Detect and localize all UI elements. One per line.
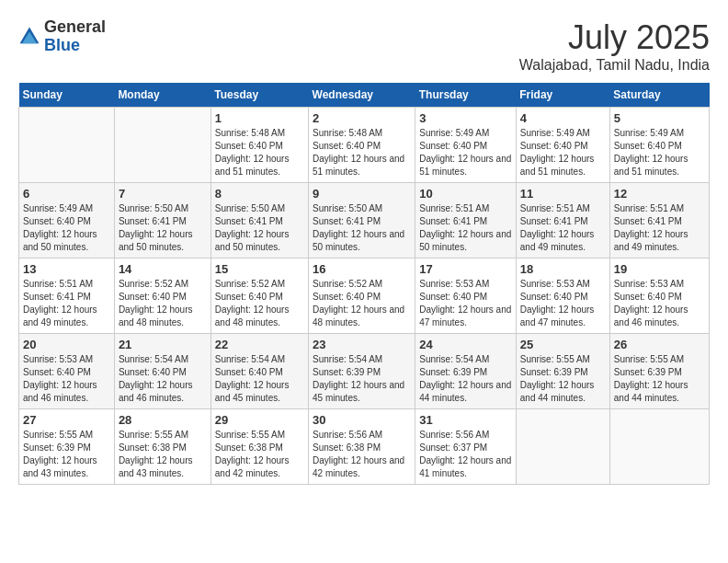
calendar-cell: 15Sunrise: 5:52 AM Sunset: 6:40 PM Dayli… [210, 259, 308, 334]
calendar-body: 1Sunrise: 5:48 AM Sunset: 6:40 PM Daylig… [19, 108, 710, 485]
day-number: 3 [419, 111, 512, 125]
day-info: Sunrise: 5:55 AM Sunset: 6:38 PM Dayligh… [119, 429, 207, 480]
day-number: 20 [23, 338, 110, 351]
day-number: 29 [215, 413, 304, 427]
day-number: 12 [614, 187, 705, 201]
day-info: Sunrise: 5:48 AM Sunset: 6:40 PM Dayligh… [313, 127, 411, 178]
day-info: Sunrise: 5:54 AM Sunset: 6:39 PM Dayligh… [419, 353, 512, 405]
calendar-cell [609, 409, 709, 485]
day-info: Sunrise: 5:53 AM Sunset: 6:40 PM Dayligh… [23, 353, 110, 405]
month-year: July 2025 [519, 18, 710, 57]
calendar-cell: 1Sunrise: 5:48 AM Sunset: 6:40 PM Daylig… [210, 108, 308, 183]
day-info: Sunrise: 5:50 AM Sunset: 6:41 PM Dayligh… [215, 202, 304, 254]
day-number: 2 [313, 111, 411, 125]
day-number: 27 [23, 413, 110, 427]
calendar-cell: 6Sunrise: 5:49 AM Sunset: 6:40 PM Daylig… [19, 183, 115, 259]
day-info: Sunrise: 5:49 AM Sunset: 6:40 PM Dayligh… [23, 202, 110, 254]
calendar-cell: 25Sunrise: 5:55 AM Sunset: 6:39 PM Dayli… [516, 334, 609, 409]
header-row: SundayMondayTuesdayWednesdayThursdayFrid… [19, 83, 710, 108]
day-number: 23 [313, 338, 411, 351]
day-info: Sunrise: 5:54 AM Sunset: 6:40 PM Dayligh… [119, 353, 207, 405]
calendar-cell: 4Sunrise: 5:49 AM Sunset: 6:40 PM Daylig… [516, 108, 609, 183]
calendar-cell: 24Sunrise: 5:54 AM Sunset: 6:39 PM Dayli… [415, 334, 517, 409]
calendar-header: SundayMondayTuesdayWednesdayThursdayFrid… [19, 83, 710, 108]
calendar-cell: 13Sunrise: 5:51 AM Sunset: 6:41 PM Dayli… [19, 259, 115, 334]
header-day: Tuesday [210, 83, 308, 108]
calendar-cell: 14Sunrise: 5:52 AM Sunset: 6:40 PM Dayli… [114, 259, 210, 334]
day-info: Sunrise: 5:53 AM Sunset: 6:40 PM Dayligh… [614, 278, 705, 329]
calendar-cell: 30Sunrise: 5:56 AM Sunset: 6:38 PM Dayli… [309, 409, 415, 485]
day-number: 16 [313, 262, 411, 276]
logo-text: General Blue [44, 18, 106, 55]
header-day: Wednesday [309, 83, 415, 108]
day-number: 6 [23, 187, 110, 201]
day-number: 5 [614, 111, 705, 125]
calendar-week-row: 27Sunrise: 5:55 AM Sunset: 6:39 PM Dayli… [19, 409, 710, 485]
day-number: 18 [520, 262, 606, 276]
logo-blue: Blue [44, 37, 106, 55]
header-day: Saturday [609, 83, 709, 108]
day-number: 31 [419, 413, 512, 427]
day-number: 1 [215, 111, 304, 125]
day-number: 19 [614, 262, 705, 276]
title-block: July 2025 Walajabad, Tamil Nadu, India [519, 18, 710, 74]
day-info: Sunrise: 5:52 AM Sunset: 6:40 PM Dayligh… [215, 278, 304, 329]
day-info: Sunrise: 5:55 AM Sunset: 6:39 PM Dayligh… [614, 353, 705, 405]
day-number: 26 [614, 338, 705, 351]
calendar-cell: 9Sunrise: 5:50 AM Sunset: 6:41 PM Daylig… [309, 183, 415, 259]
calendar-cell: 7Sunrise: 5:50 AM Sunset: 6:41 PM Daylig… [114, 183, 210, 259]
header-day: Sunday [19, 83, 115, 108]
day-number: 11 [520, 187, 606, 201]
day-info: Sunrise: 5:51 AM Sunset: 6:41 PM Dayligh… [614, 202, 705, 254]
calendar-cell [516, 409, 609, 485]
day-info: Sunrise: 5:53 AM Sunset: 6:40 PM Dayligh… [520, 278, 606, 329]
logo: General Blue [18, 18, 106, 55]
day-number: 28 [119, 413, 207, 427]
location: Walajabad, Tamil Nadu, India [519, 57, 710, 74]
calendar-cell: 27Sunrise: 5:55 AM Sunset: 6:39 PM Dayli… [19, 409, 115, 485]
calendar-cell: 23Sunrise: 5:54 AM Sunset: 6:39 PM Dayli… [309, 334, 415, 409]
calendar-week-row: 1Sunrise: 5:48 AM Sunset: 6:40 PM Daylig… [19, 108, 710, 183]
calendar-cell: 28Sunrise: 5:55 AM Sunset: 6:38 PM Dayli… [114, 409, 210, 485]
day-info: Sunrise: 5:55 AM Sunset: 6:39 PM Dayligh… [520, 353, 606, 405]
day-info: Sunrise: 5:53 AM Sunset: 6:40 PM Dayligh… [419, 278, 512, 329]
calendar-cell: 2Sunrise: 5:48 AM Sunset: 6:40 PM Daylig… [309, 108, 415, 183]
header-day: Monday [114, 83, 210, 108]
day-number: 25 [520, 338, 606, 351]
day-number: 17 [419, 262, 512, 276]
day-info: Sunrise: 5:55 AM Sunset: 6:39 PM Dayligh… [23, 429, 110, 480]
day-number: 24 [419, 338, 512, 351]
calendar-cell: 10Sunrise: 5:51 AM Sunset: 6:41 PM Dayli… [415, 183, 517, 259]
calendar-cell: 19Sunrise: 5:53 AM Sunset: 6:40 PM Dayli… [609, 259, 709, 334]
calendar-cell: 17Sunrise: 5:53 AM Sunset: 6:40 PM Dayli… [415, 259, 517, 334]
day-info: Sunrise: 5:48 AM Sunset: 6:40 PM Dayligh… [215, 127, 304, 178]
calendar-cell [114, 108, 210, 183]
day-number: 14 [119, 262, 207, 276]
day-info: Sunrise: 5:51 AM Sunset: 6:41 PM Dayligh… [520, 202, 606, 254]
day-info: Sunrise: 5:52 AM Sunset: 6:40 PM Dayligh… [119, 278, 207, 329]
day-number: 30 [313, 413, 411, 427]
day-info: Sunrise: 5:49 AM Sunset: 6:40 PM Dayligh… [614, 127, 705, 178]
day-info: Sunrise: 5:55 AM Sunset: 6:38 PM Dayligh… [215, 429, 304, 480]
header-day: Thursday [415, 83, 517, 108]
page-header: General Blue July 2025 Walajabad, Tamil … [18, 18, 710, 74]
calendar-cell: 8Sunrise: 5:50 AM Sunset: 6:41 PM Daylig… [210, 183, 308, 259]
day-number: 4 [520, 111, 606, 125]
day-info: Sunrise: 5:54 AM Sunset: 6:40 PM Dayligh… [215, 353, 304, 405]
day-info: Sunrise: 5:54 AM Sunset: 6:39 PM Dayligh… [313, 353, 411, 405]
calendar-week-row: 20Sunrise: 5:53 AM Sunset: 6:40 PM Dayli… [19, 334, 710, 409]
day-info: Sunrise: 5:50 AM Sunset: 6:41 PM Dayligh… [119, 202, 207, 254]
calendar-cell: 5Sunrise: 5:49 AM Sunset: 6:40 PM Daylig… [609, 108, 709, 183]
day-number: 9 [313, 187, 411, 201]
calendar-cell: 22Sunrise: 5:54 AM Sunset: 6:40 PM Dayli… [210, 334, 308, 409]
day-number: 7 [119, 187, 207, 201]
calendar-cell: 16Sunrise: 5:52 AM Sunset: 6:40 PM Dayli… [309, 259, 415, 334]
day-info: Sunrise: 5:51 AM Sunset: 6:41 PM Dayligh… [23, 278, 110, 329]
day-info: Sunrise: 5:49 AM Sunset: 6:40 PM Dayligh… [419, 127, 512, 178]
day-info: Sunrise: 5:56 AM Sunset: 6:38 PM Dayligh… [313, 429, 411, 480]
calendar-cell [19, 108, 115, 183]
calendar-cell: 26Sunrise: 5:55 AM Sunset: 6:39 PM Dayli… [609, 334, 709, 409]
day-info: Sunrise: 5:52 AM Sunset: 6:40 PM Dayligh… [313, 278, 411, 329]
calendar-cell: 18Sunrise: 5:53 AM Sunset: 6:40 PM Dayli… [516, 259, 609, 334]
calendar-cell: 29Sunrise: 5:55 AM Sunset: 6:38 PM Dayli… [210, 409, 308, 485]
